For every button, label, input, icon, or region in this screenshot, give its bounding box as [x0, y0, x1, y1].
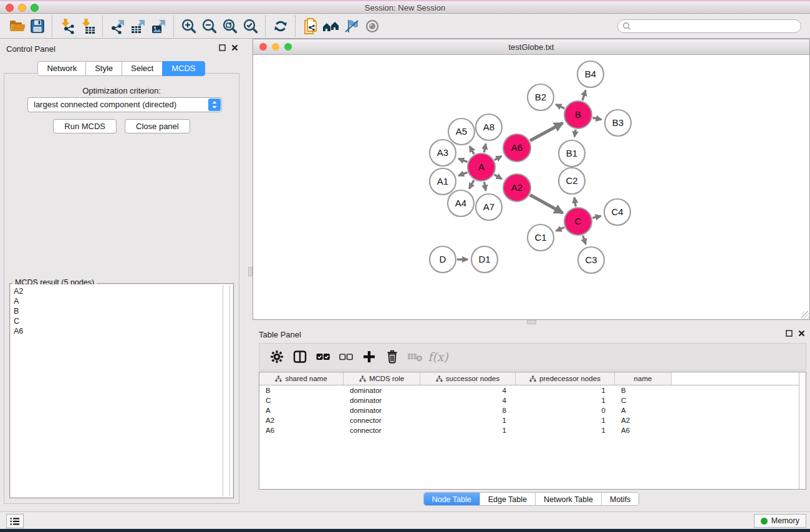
network-node-A1[interactable]: A1	[430, 168, 456, 195]
network-node-C1[interactable]: C1	[528, 225, 554, 251]
network-node-D1[interactable]: D1	[471, 246, 498, 273]
horizontal-splitter-handle[interactable]	[527, 320, 536, 324]
table-row[interactable]: Adominator80A	[259, 405, 806, 415]
search-field[interactable]	[617, 19, 801, 33]
graphics-details-button[interactable]	[341, 16, 362, 37]
window-resize-grip[interactable]	[801, 311, 809, 319]
network-edge-C-C4[interactable]	[592, 216, 600, 218]
add-column-button[interactable]	[357, 349, 380, 364]
run-mcds-button[interactable]: Run MCDS	[53, 119, 117, 133]
network-node-B2[interactable]: B2	[528, 84, 554, 110]
network-node-B4[interactable]: B4	[577, 61, 604, 87]
tab-network[interactable]: Network	[37, 61, 86, 76]
mcds-result-item[interactable]: A2	[14, 286, 233, 296]
table-scrollbar[interactable]	[799, 372, 806, 489]
tab-select[interactable]: Select	[122, 61, 163, 76]
network-edge-C-C2[interactable]	[574, 198, 576, 207]
zoom-selected-button[interactable]	[240, 16, 261, 37]
column-header-shared-name[interactable]: shared name	[259, 372, 344, 385]
network-edge-A-A7[interactable]	[484, 182, 486, 191]
column-header-name[interactable]: name	[615, 372, 672, 385]
new-network-from-selection-button[interactable]	[300, 16, 321, 37]
mcds-result-item[interactable]: A	[14, 296, 233, 306]
network-graph[interactable]: AA1A2A3A4A5A6A7A8BB1B2B3B4CC1C2C3C4DD1	[253, 55, 809, 319]
mcds-result-item[interactable]: A6	[14, 326, 233, 336]
home-button[interactable]	[321, 16, 341, 37]
table-row[interactable]: A2connector11A2	[259, 415, 806, 425]
network-edge-C-C3[interactable]	[583, 236, 586, 244]
export-network-button[interactable]	[107, 16, 128, 37]
network-node-A3[interactable]: A3	[430, 140, 456, 166]
select-stepper-icon[interactable]	[208, 99, 221, 111]
network-edge-C-C1[interactable]	[556, 228, 564, 231]
search-input[interactable]	[634, 21, 801, 32]
network-edge-B-B2[interactable]	[556, 104, 564, 108]
mcds-result-item[interactable]: C	[14, 316, 233, 326]
network-node-A8[interactable]: A8	[476, 114, 502, 140]
network-node-A[interactable]: A	[468, 153, 495, 181]
network-edge-B-B4[interactable]	[582, 90, 586, 100]
float-panel-icon[interactable]	[219, 44, 226, 51]
column-header-mcds-role[interactable]: MCDS role	[344, 372, 420, 385]
network-node-D[interactable]: D	[430, 246, 456, 273]
zoom-fit-button[interactable]	[219, 16, 240, 37]
mcds-result-item[interactable]: B	[14, 306, 233, 316]
tab-network-table[interactable]: Network Table	[535, 493, 601, 505]
network-node-A4[interactable]: A4	[448, 190, 474, 216]
tab-mcds[interactable]: MCDS	[162, 61, 205, 76]
network-node-A2[interactable]: A2	[503, 174, 531, 201]
network-node-C4[interactable]: C4	[604, 199, 630, 225]
open-session-button[interactable]	[6, 16, 27, 37]
criterion-select[interactable]: largest connected component (directed)	[27, 97, 222, 112]
delete-column-button[interactable]	[380, 349, 403, 364]
tab-style[interactable]: Style	[85, 61, 122, 76]
network-edge-A-A4[interactable]	[469, 180, 474, 189]
network-node-A6[interactable]: A6	[503, 134, 531, 162]
network-edge-A-A6[interactable]	[494, 156, 501, 160]
settings-button[interactable]	[265, 350, 288, 364]
network-node-C3[interactable]: C3	[578, 247, 604, 273]
save-session-button[interactable]	[27, 16, 47, 37]
network-node-C[interactable]: C	[564, 208, 592, 235]
memory-button[interactable]: Memory	[754, 514, 806, 528]
network-edge-A-A1[interactable]	[458, 172, 467, 175]
mcds-result-scrollbar[interactable]	[223, 285, 230, 496]
deselect-all-button[interactable]	[334, 349, 357, 364]
import-table-button[interactable]	[77, 16, 98, 37]
show-hide-button[interactable]	[362, 16, 382, 37]
network-node-B1[interactable]: B1	[559, 140, 585, 167]
close-panel-icon[interactable]	[231, 44, 238, 51]
network-node-A5[interactable]: A5	[448, 118, 475, 145]
column-header-predecessor-nodes[interactable]: predecessor nodes	[516, 372, 615, 385]
network-edge-A-A5[interactable]	[470, 147, 474, 155]
network-node-B3[interactable]: B3	[605, 110, 631, 136]
export-table-button[interactable]	[128, 16, 148, 37]
split-panel-button[interactable]	[288, 349, 311, 364]
table-row[interactable]: Cdominator41C	[259, 395, 806, 405]
import-network-button[interactable]	[57, 16, 77, 37]
export-image-button[interactable]	[148, 16, 169, 37]
network-edge-B-B3[interactable]	[593, 118, 602, 120]
column-header-successor-nodes[interactable]: successor nodes	[420, 372, 516, 385]
task-history-button[interactable]	[6, 514, 24, 528]
refresh-button[interactable]	[270, 16, 291, 37]
network-edge-A6-B[interactable]	[530, 123, 562, 140]
network-canvas[interactable]: AA1A2A3A4A5A6A7A8BB1B2B3B4CC1C2C3C4DD1	[253, 55, 809, 319]
network-edge-A-A3[interactable]	[458, 158, 467, 162]
network-edge-A2-C[interactable]	[530, 195, 562, 213]
tab-motifs[interactable]: Motifs	[601, 493, 639, 505]
delete-table-button[interactable]	[403, 351, 427, 363]
table-row[interactable]: A6connector11A6	[259, 425, 806, 435]
float-panel-icon[interactable]	[786, 330, 793, 337]
close-panel-icon[interactable]	[798, 330, 805, 337]
network-node-C2[interactable]: C2	[559, 168, 585, 194]
zoom-out-button[interactable]	[199, 16, 219, 37]
close-panel-button[interactable]: Close panel	[125, 119, 190, 133]
tab-edge-table[interactable]: Edge Table	[480, 493, 535, 505]
select-all-button[interactable]	[311, 349, 334, 364]
network-edge-A-A8[interactable]	[484, 144, 486, 153]
network-edge-A-A2[interactable]	[494, 175, 502, 179]
mcds-result-list[interactable]: A2ABCA6	[11, 284, 233, 497]
tab-node-table[interactable]: Node Table	[424, 493, 480, 505]
function-builder-button[interactable]: f(x)	[427, 350, 450, 364]
